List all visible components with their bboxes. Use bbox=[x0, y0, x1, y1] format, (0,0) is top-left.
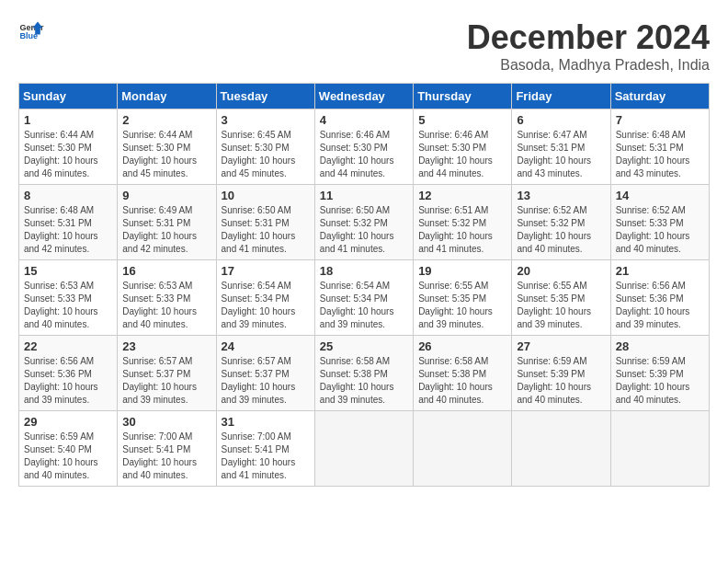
day-number: 28 bbox=[616, 339, 704, 353]
table-row: 3Sunrise: 6:45 AM Sunset: 5:30 PM Daylig… bbox=[216, 109, 314, 185]
table-row: 16Sunrise: 6:53 AM Sunset: 5:33 PM Dayli… bbox=[118, 260, 216, 336]
day-info: Sunrise: 6:52 AM Sunset: 5:33 PM Dayligh… bbox=[616, 204, 704, 256]
logo-icon: General Blue bbox=[18, 18, 44, 44]
table-row: 20Sunrise: 6:55 AM Sunset: 5:35 PM Dayli… bbox=[512, 260, 610, 336]
table-row: 15Sunrise: 6:53 AM Sunset: 5:33 PM Dayli… bbox=[19, 260, 118, 336]
table-row: 25Sunrise: 6:58 AM Sunset: 5:38 PM Dayli… bbox=[314, 336, 413, 411]
day-info: Sunrise: 6:58 AM Sunset: 5:38 PM Dayligh… bbox=[418, 355, 506, 407]
day-number: 1 bbox=[24, 113, 112, 127]
table-row: 30Sunrise: 7:00 AM Sunset: 5:41 PM Dayli… bbox=[118, 411, 216, 487]
day-info: Sunrise: 6:48 AM Sunset: 5:31 PM Dayligh… bbox=[616, 129, 704, 180]
day-info: Sunrise: 6:58 AM Sunset: 5:38 PM Dayligh… bbox=[320, 355, 408, 407]
day-number: 24 bbox=[222, 339, 310, 353]
table-row: 17Sunrise: 6:54 AM Sunset: 5:34 PM Dayli… bbox=[216, 260, 314, 336]
table-row: 8Sunrise: 6:48 AM Sunset: 5:31 PM Daylig… bbox=[19, 185, 118, 260]
table-row: 11Sunrise: 6:50 AM Sunset: 5:32 PM Dayli… bbox=[314, 185, 413, 260]
day-info: Sunrise: 7:00 AM Sunset: 5:41 PM Dayligh… bbox=[222, 431, 310, 482]
day-info: Sunrise: 6:49 AM Sunset: 5:31 PM Dayligh… bbox=[122, 204, 210, 256]
table-row: 23Sunrise: 6:57 AM Sunset: 5:37 PM Dayli… bbox=[118, 336, 216, 411]
day-info: Sunrise: 6:57 AM Sunset: 5:37 PM Dayligh… bbox=[122, 355, 210, 407]
table-row: 2Sunrise: 6:44 AM Sunset: 5:30 PM Daylig… bbox=[118, 109, 216, 185]
day-number: 27 bbox=[517, 339, 605, 353]
day-info: Sunrise: 6:46 AM Sunset: 5:30 PM Dayligh… bbox=[320, 129, 408, 180]
day-number: 8 bbox=[24, 189, 112, 202]
header-sunday: Sunday bbox=[19, 84, 118, 109]
day-number: 4 bbox=[320, 113, 408, 127]
day-info: Sunrise: 6:48 AM Sunset: 5:31 PM Dayligh… bbox=[24, 204, 112, 256]
day-info: Sunrise: 6:52 AM Sunset: 5:32 PM Dayligh… bbox=[517, 204, 605, 256]
table-row: 18Sunrise: 6:54 AM Sunset: 5:34 PM Dayli… bbox=[314, 260, 413, 336]
calendar-week-row: 15Sunrise: 6:53 AM Sunset: 5:33 PM Dayli… bbox=[19, 260, 710, 336]
day-info: Sunrise: 6:46 AM Sunset: 5:30 PM Dayligh… bbox=[418, 129, 506, 180]
table-row: 6Sunrise: 6:47 AM Sunset: 5:31 PM Daylig… bbox=[512, 109, 610, 185]
header-wednesday: Wednesday bbox=[314, 84, 413, 109]
day-number: 23 bbox=[122, 339, 210, 353]
day-number: 31 bbox=[222, 415, 310, 429]
day-number: 29 bbox=[24, 415, 112, 429]
table-row: 14Sunrise: 6:52 AM Sunset: 5:33 PM Dayli… bbox=[610, 185, 709, 260]
calendar-week-row: 29Sunrise: 6:59 AM Sunset: 5:40 PM Dayli… bbox=[19, 411, 710, 487]
calendar-table: Sunday Monday Tuesday Wednesday Thursday… bbox=[18, 83, 710, 487]
table-row: 21Sunrise: 6:56 AM Sunset: 5:36 PM Dayli… bbox=[610, 260, 709, 336]
day-info: Sunrise: 6:56 AM Sunset: 5:36 PM Dayligh… bbox=[616, 280, 704, 331]
day-number: 10 bbox=[222, 189, 310, 202]
logo: General Blue bbox=[18, 18, 44, 44]
header-friday: Friday bbox=[512, 84, 610, 109]
table-row: 9Sunrise: 6:49 AM Sunset: 5:31 PM Daylig… bbox=[118, 185, 216, 260]
day-number: 2 bbox=[122, 113, 210, 127]
day-number: 11 bbox=[320, 189, 408, 202]
calendar-week-row: 1Sunrise: 6:44 AM Sunset: 5:30 PM Daylig… bbox=[19, 109, 710, 185]
day-info: Sunrise: 6:53 AM Sunset: 5:33 PM Dayligh… bbox=[24, 280, 112, 331]
day-info: Sunrise: 6:59 AM Sunset: 5:39 PM Dayligh… bbox=[616, 355, 704, 407]
day-number: 25 bbox=[320, 339, 408, 353]
table-row: 22Sunrise: 6:56 AM Sunset: 5:36 PM Dayli… bbox=[19, 336, 118, 411]
table-row: 28Sunrise: 6:59 AM Sunset: 5:39 PM Dayli… bbox=[610, 336, 709, 411]
day-number: 20 bbox=[517, 264, 605, 278]
day-number: 15 bbox=[24, 264, 112, 278]
day-info: Sunrise: 6:55 AM Sunset: 5:35 PM Dayligh… bbox=[517, 280, 605, 331]
day-info: Sunrise: 7:00 AM Sunset: 5:41 PM Dayligh… bbox=[122, 431, 210, 482]
day-number: 16 bbox=[122, 264, 210, 278]
table-row: 27Sunrise: 6:59 AM Sunset: 5:39 PM Dayli… bbox=[512, 336, 610, 411]
day-number: 19 bbox=[418, 264, 506, 278]
day-info: Sunrise: 6:44 AM Sunset: 5:30 PM Dayligh… bbox=[24, 129, 112, 180]
calendar-header-row: Sunday Monday Tuesday Wednesday Thursday… bbox=[19, 84, 710, 109]
month-year-title: December 2024 bbox=[467, 18, 710, 57]
table-row: 19Sunrise: 6:55 AM Sunset: 5:35 PM Dayli… bbox=[414, 260, 512, 336]
table-row bbox=[512, 411, 610, 487]
day-info: Sunrise: 6:53 AM Sunset: 5:33 PM Dayligh… bbox=[122, 280, 210, 331]
table-row: 26Sunrise: 6:58 AM Sunset: 5:38 PM Dayli… bbox=[414, 336, 512, 411]
day-number: 3 bbox=[222, 113, 310, 127]
day-info: Sunrise: 6:45 AM Sunset: 5:30 PM Dayligh… bbox=[222, 129, 310, 180]
day-info: Sunrise: 6:55 AM Sunset: 5:35 PM Dayligh… bbox=[418, 280, 506, 331]
calendar-week-row: 22Sunrise: 6:56 AM Sunset: 5:36 PM Dayli… bbox=[19, 336, 710, 411]
day-number: 13 bbox=[517, 189, 605, 202]
day-info: Sunrise: 6:50 AM Sunset: 5:31 PM Dayligh… bbox=[222, 204, 310, 256]
day-info: Sunrise: 6:47 AM Sunset: 5:31 PM Dayligh… bbox=[517, 129, 605, 180]
header-monday: Monday bbox=[118, 84, 216, 109]
day-number: 12 bbox=[418, 189, 506, 202]
day-info: Sunrise: 6:44 AM Sunset: 5:30 PM Dayligh… bbox=[122, 129, 210, 180]
table-row: 29Sunrise: 6:59 AM Sunset: 5:40 PM Dayli… bbox=[19, 411, 118, 487]
day-info: Sunrise: 6:51 AM Sunset: 5:32 PM Dayligh… bbox=[418, 204, 506, 256]
day-number: 14 bbox=[616, 189, 704, 202]
day-number: 7 bbox=[616, 113, 704, 127]
table-row: 31Sunrise: 7:00 AM Sunset: 5:41 PM Dayli… bbox=[216, 411, 314, 487]
table-row: 10Sunrise: 6:50 AM Sunset: 5:31 PM Dayli… bbox=[216, 185, 314, 260]
header-thursday: Thursday bbox=[414, 84, 512, 109]
day-number: 18 bbox=[320, 264, 408, 278]
table-row bbox=[610, 411, 709, 487]
svg-text:Blue: Blue bbox=[19, 31, 38, 40]
day-info: Sunrise: 6:54 AM Sunset: 5:34 PM Dayligh… bbox=[222, 280, 310, 331]
day-number: 22 bbox=[24, 339, 112, 353]
day-info: Sunrise: 6:50 AM Sunset: 5:32 PM Dayligh… bbox=[320, 204, 408, 256]
day-number: 17 bbox=[222, 264, 310, 278]
day-info: Sunrise: 6:56 AM Sunset: 5:36 PM Dayligh… bbox=[24, 355, 112, 407]
location-subtitle: Basoda, Madhya Pradesh, India bbox=[467, 57, 710, 74]
calendar-week-row: 8Sunrise: 6:48 AM Sunset: 5:31 PM Daylig… bbox=[19, 185, 710, 260]
header-saturday: Saturday bbox=[610, 84, 709, 109]
day-number: 21 bbox=[616, 264, 704, 278]
table-row: 4Sunrise: 6:46 AM Sunset: 5:30 PM Daylig… bbox=[314, 109, 413, 185]
table-row: 12Sunrise: 6:51 AM Sunset: 5:32 PM Dayli… bbox=[414, 185, 512, 260]
table-row: 13Sunrise: 6:52 AM Sunset: 5:32 PM Dayli… bbox=[512, 185, 610, 260]
